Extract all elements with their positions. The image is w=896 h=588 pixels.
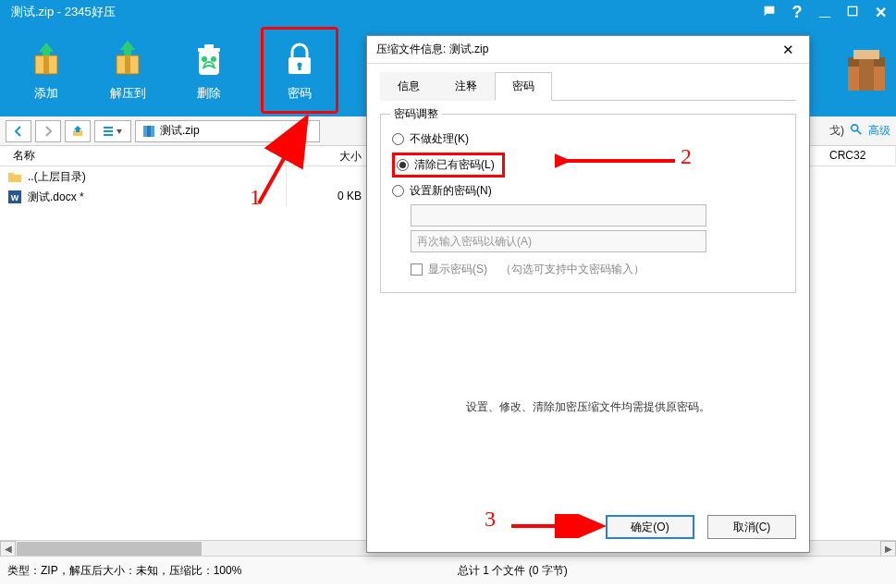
- delete-button[interactable]: 删除: [179, 31, 239, 109]
- svg-rect-2: [43, 55, 49, 74]
- col-size: 大小: [287, 146, 370, 165]
- extract-icon: [107, 39, 148, 80]
- radio-label: 不做处理(K): [410, 131, 469, 147]
- tab-comment[interactable]: 注释: [437, 72, 495, 101]
- nav-up-button[interactable]: [65, 120, 91, 142]
- svg-text:W: W: [11, 193, 19, 202]
- svg-rect-4: [125, 55, 130, 74]
- svg-rect-19: [104, 134, 113, 136]
- dialog-buttons: 确定(O) 取消(C): [367, 509, 809, 552]
- radio-icon: [397, 159, 409, 171]
- tab-password[interactable]: 密码: [495, 72, 552, 101]
- radio-label: 清除已有密码(L): [414, 157, 495, 173]
- add-button-label: 添加: [34, 85, 58, 102]
- dialog-tabs: 信息 注释 密码: [380, 71, 796, 101]
- svg-rect-18: [104, 130, 113, 132]
- addrbar-right-text: 戈): [829, 123, 844, 139]
- svg-point-9: [211, 56, 216, 62]
- addressbar-right: 戈) 高级: [829, 123, 890, 139]
- minimize-icon[interactable]: _: [815, 4, 835, 13]
- svg-point-8: [202, 56, 207, 62]
- dialog-close-icon[interactable]: ✕: [777, 42, 800, 58]
- window-title: 测试.zip - 2345好压: [11, 4, 116, 20]
- nav-forward-button[interactable]: [35, 120, 61, 142]
- view-menu-button[interactable]: [94, 120, 131, 142]
- checkbox-icon: [411, 263, 423, 276]
- close-icon[interactable]: ✕: [870, 4, 890, 21]
- folder-up-icon: [7, 169, 22, 184]
- svg-rect-16: [853, 50, 879, 59]
- extract-button-label: 解压到: [110, 85, 146, 102]
- nav-back-button[interactable]: [6, 120, 31, 142]
- lock-icon: [279, 39, 320, 80]
- svg-rect-12: [299, 65, 301, 70]
- svg-point-22: [852, 125, 858, 131]
- extract-button[interactable]: 解压到: [98, 31, 157, 109]
- maximize-icon[interactable]: [842, 4, 863, 21]
- row-name: 测试.docx *: [28, 190, 84, 205]
- radio-icon: [392, 185, 404, 197]
- svg-rect-21: [147, 126, 151, 137]
- file-info-dialog: 压缩文件信息: 测试.zip ✕ 信息 注释 密码 密码调整 不做处理(K) 清…: [366, 35, 810, 553]
- col-name: 名称: [13, 148, 35, 164]
- checkbox-label: 显示密码(S): [428, 262, 487, 277]
- radio-label: 设置新的密码(N): [410, 183, 492, 199]
- svg-rect-15: [859, 57, 874, 91]
- scroll-thumb[interactable]: [17, 542, 202, 556]
- docx-file-icon: W: [7, 190, 22, 204]
- password-button[interactable]: 密码: [261, 27, 338, 114]
- scroll-right-icon[interactable]: ▶: [880, 541, 896, 557]
- row-size: [287, 166, 370, 187]
- add-archive-icon: [26, 39, 67, 80]
- cancel-button[interactable]: 取消(C): [707, 515, 796, 539]
- chat-icon[interactable]: [759, 4, 779, 21]
- ok-button[interactable]: 确定(O): [606, 515, 694, 539]
- radio-clear[interactable]: 清除已有密码(L): [392, 153, 505, 178]
- svg-rect-17: [104, 127, 113, 129]
- password-button-label: 密码: [288, 85, 312, 102]
- show-password-checkbox[interactable]: 显示密码(S) （勾选可支持中文密码输入）: [411, 262, 784, 277]
- radio-icon: [392, 133, 404, 145]
- group-legend: 密码调整: [390, 106, 442, 122]
- col-crc: CRC32: [822, 146, 896, 165]
- advanced-link[interactable]: 高级: [868, 123, 890, 139]
- password-hint-text: 设置、修改、清除加密压缩文件均需提供原密码。: [380, 399, 796, 415]
- dialog-title: 压缩文件信息: 测试.zip: [376, 42, 488, 57]
- svg-rect-0: [848, 6, 856, 15]
- scroll-left-icon[interactable]: ◀: [0, 541, 16, 557]
- zip-file-icon: [141, 124, 156, 139]
- background-archive-icon: [841, 44, 892, 96]
- tab-info[interactable]: 信息: [380, 72, 437, 101]
- svg-rect-6: [198, 48, 220, 52]
- trash-icon: [189, 39, 229, 80]
- titlebar: 测试.zip - 2345好压 ? _ ✕: [0, 0, 896, 24]
- radio-none[interactable]: 不做处理(K): [392, 131, 784, 147]
- status-bar: 类型：ZIP，解压后大小：未知，压缩比：100% 总计 1 个文件 (0 字节): [0, 557, 896, 584]
- svg-rect-7: [204, 44, 214, 48]
- add-button[interactable]: 添加: [17, 31, 76, 109]
- status-mid: 总计 1 个文件 (0 字节): [458, 563, 568, 579]
- status-left: 类型：ZIP，解压后大小：未知，压缩比：100%: [7, 563, 241, 579]
- search-icon[interactable]: [850, 123, 863, 139]
- delete-button-label: 删除: [197, 85, 221, 102]
- address-input[interactable]: 测试.zip: [135, 120, 320, 142]
- radio-set-new[interactable]: 设置新的密码(N): [392, 183, 784, 199]
- svg-line-23: [857, 130, 861, 134]
- row-name: ..(上层目录): [28, 169, 86, 185]
- window-controls: ? _ ✕: [759, 0, 890, 24]
- address-path: 测试.zip: [160, 123, 200, 139]
- checkbox-hint: （勾选可支持中文密码输入）: [500, 262, 644, 277]
- help-icon[interactable]: ?: [787, 3, 807, 22]
- password-confirm-input[interactable]: 再次输入密码以确认(A): [411, 230, 706, 252]
- password-input[interactable]: [411, 204, 706, 227]
- row-size: 0 KB: [287, 187, 370, 207]
- password-groupbox: 密码调整 不做处理(K) 清除已有密码(L) 设置新的密码(N) 再次输入密码以…: [380, 114, 796, 293]
- dialog-titlebar[interactable]: 压缩文件信息: 测试.zip ✕: [367, 36, 809, 64]
